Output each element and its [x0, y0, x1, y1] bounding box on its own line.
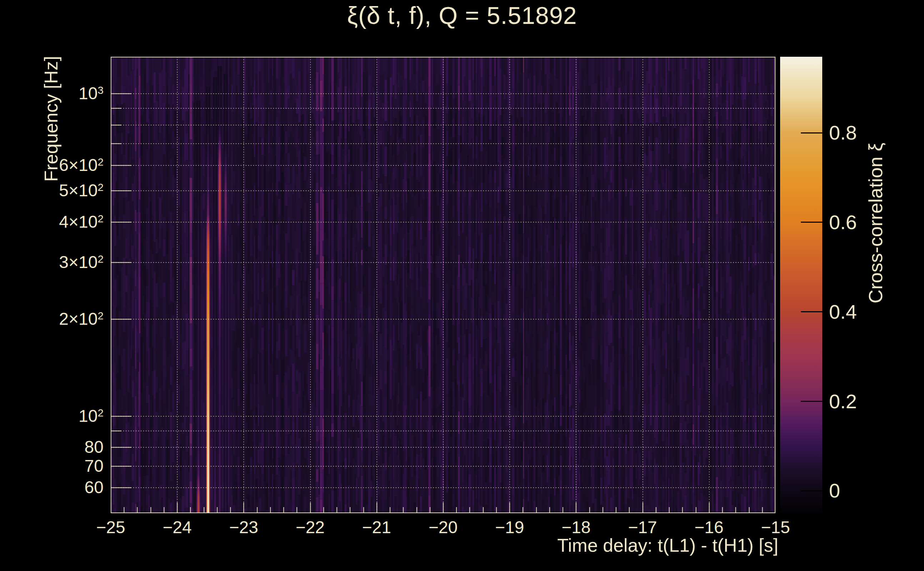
x-axis-title: Time delay: t(L1) - t(H1) [s] — [493, 535, 778, 556]
x-tick-label: −21 — [341, 517, 413, 537]
colorbar-tick-mark — [801, 401, 822, 402]
colorbar-tick-mark — [801, 222, 822, 223]
y-tick-label: 6×102 — [0, 155, 104, 175]
colorbar-tick-label: 0.6 — [829, 211, 857, 233]
y-tick-label: 103 — [0, 83, 104, 103]
x-tick-label: −15 — [740, 517, 811, 537]
colorbar-tick-label: 0 — [829, 480, 840, 502]
x-tick-label: −17 — [607, 517, 678, 537]
x-tick-label: −24 — [141, 517, 213, 537]
chart-title: ξ(δ t, f), Q = 5.51892 — [0, 2, 924, 29]
x-tick-label: −23 — [208, 517, 279, 537]
y-tick-label: 102 — [0, 406, 104, 426]
qscan-cross-correlation-chart: ξ(δ t, f), Q = 5.51892 Frequency [Hz] Cr… — [0, 0, 924, 571]
colorbar-title: Cross-correlation ξ — [864, 143, 887, 303]
y-tick-label: 70 — [0, 456, 104, 476]
heatmap-plot-area — [111, 57, 776, 513]
colorbar-tick-mark — [801, 133, 822, 133]
x-tick-label: −18 — [540, 517, 612, 537]
y-tick-label: 80 — [0, 437, 104, 457]
y-tick-label: 60 — [0, 477, 104, 497]
x-tick-label: −22 — [275, 517, 346, 537]
colorbar-gradient — [780, 57, 822, 513]
y-tick-label: 3×102 — [0, 252, 104, 272]
x-tick-label: −16 — [674, 517, 745, 537]
y-tick-label: 2×102 — [0, 309, 104, 329]
colorbar-tick-mark — [801, 490, 822, 491]
x-tick-label: −25 — [75, 517, 147, 537]
colorbar-tick-label: 0.8 — [829, 122, 857, 144]
x-tick-label: −19 — [474, 517, 545, 537]
colorbar-tick-mark — [801, 311, 822, 312]
y-tick-label: 4×102 — [0, 212, 104, 232]
y-tick-label: 5×102 — [0, 181, 104, 201]
colorbar-tick-label: 0.2 — [829, 391, 857, 412]
colorbar-tick-label: 0.4 — [829, 301, 857, 323]
x-tick-label: −20 — [407, 517, 479, 537]
